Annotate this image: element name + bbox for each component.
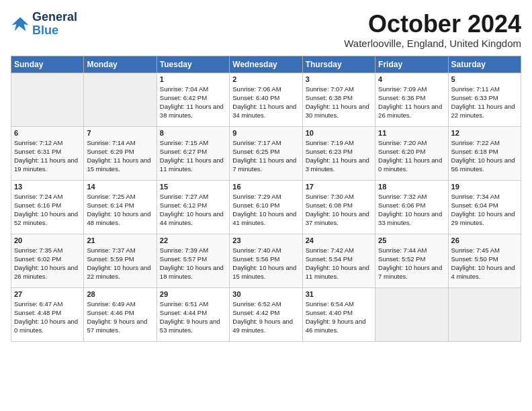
day-info: Sunrise: 7:07 AM Sunset: 6:38 PM Dayligh… <box>306 85 372 120</box>
calendar-cell: 9Sunrise: 7:17 AM Sunset: 6:25 PM Daylig… <box>230 126 302 180</box>
weekday-header-tuesday: Tuesday <box>157 56 229 73</box>
calendar-week-row: 1Sunrise: 7:04 AM Sunset: 6:42 PM Daylig… <box>11 73 521 126</box>
day-number: 25 <box>378 236 445 244</box>
day-info: Sunrise: 7:20 AM Sunset: 6:20 PM Dayligh… <box>378 138 445 174</box>
day-number: 31 <box>306 290 372 298</box>
day-info: Sunrise: 7:12 AM Sunset: 6:31 PM Dayligh… <box>14 138 81 174</box>
calendar-cell: 8Sunrise: 7:15 AM Sunset: 6:27 PM Daylig… <box>157 126 229 180</box>
calendar-cell: 6Sunrise: 7:12 AM Sunset: 6:31 PM Daylig… <box>11 126 84 180</box>
day-number: 6 <box>14 129 81 137</box>
calendar-cell <box>375 287 448 341</box>
logo-general: General <box>32 10 77 24</box>
day-info: Sunrise: 7:30 AM Sunset: 6:08 PM Dayligh… <box>306 192 372 228</box>
calendar-body: 1Sunrise: 7:04 AM Sunset: 6:42 PM Daylig… <box>11 73 521 341</box>
weekday-header-saturday: Saturday <box>448 56 521 73</box>
day-number: 29 <box>160 290 226 298</box>
day-info: Sunrise: 7:35 AM Sunset: 6:02 PM Dayligh… <box>14 246 81 281</box>
page-header: General Blue October 2024 Waterlooville,… <box>11 11 521 49</box>
day-info: Sunrise: 6:47 AM Sunset: 4:48 PM Dayligh… <box>14 300 81 335</box>
weekday-header-friday: Friday <box>375 56 448 73</box>
day-info: Sunrise: 7:17 AM Sunset: 6:25 PM Dayligh… <box>232 138 299 174</box>
calendar-cell: 13Sunrise: 7:24 AM Sunset: 6:16 PM Dayli… <box>11 180 84 234</box>
logo-blue: Blue <box>32 24 58 37</box>
day-number: 4 <box>378 75 445 83</box>
calendar-cell: 28Sunrise: 6:49 AM Sunset: 4:46 PM Dayli… <box>84 287 157 341</box>
calendar-cell: 15Sunrise: 7:27 AM Sunset: 6:12 PM Dayli… <box>157 180 229 234</box>
day-number: 15 <box>160 183 226 191</box>
calendar-cell: 27Sunrise: 6:47 AM Sunset: 4:48 PM Dayli… <box>11 287 84 341</box>
day-info: Sunrise: 7:14 AM Sunset: 6:29 PM Dayligh… <box>87 138 153 174</box>
calendar-cell: 7Sunrise: 7:14 AM Sunset: 6:29 PM Daylig… <box>84 126 157 180</box>
svg-marker-0 <box>11 17 28 31</box>
calendar-cell: 10Sunrise: 7:19 AM Sunset: 6:23 PM Dayli… <box>302 126 375 180</box>
calendar-cell: 29Sunrise: 6:51 AM Sunset: 4:44 PM Dayli… <box>157 287 229 341</box>
day-info: Sunrise: 7:25 AM Sunset: 6:14 PM Dayligh… <box>87 192 153 228</box>
day-info: Sunrise: 6:49 AM Sunset: 4:46 PM Dayligh… <box>87 300 153 335</box>
day-number: 8 <box>160 129 226 137</box>
calendar-table: SundayMondayTuesdayWednesdayThursdayFrid… <box>11 56 521 342</box>
day-info: Sunrise: 7:11 AM Sunset: 6:33 PM Dayligh… <box>451 85 518 120</box>
calendar-cell: 12Sunrise: 7:22 AM Sunset: 6:18 PM Dayli… <box>448 126 521 180</box>
weekday-header-wednesday: Wednesday <box>230 56 302 73</box>
calendar-cell: 5Sunrise: 7:11 AM Sunset: 6:33 PM Daylig… <box>448 73 521 126</box>
day-number: 30 <box>232 290 299 298</box>
calendar-cell <box>11 73 84 126</box>
day-number: 9 <box>232 129 299 137</box>
day-number: 27 <box>14 290 81 298</box>
calendar-cell <box>448 287 521 341</box>
day-info: Sunrise: 7:27 AM Sunset: 6:12 PM Dayligh… <box>160 192 226 228</box>
day-info: Sunrise: 6:52 AM Sunset: 4:42 PM Dayligh… <box>232 300 299 335</box>
weekday-header-row: SundayMondayTuesdayWednesdayThursdayFrid… <box>11 56 521 73</box>
day-number: 16 <box>232 183 299 191</box>
calendar-cell: 11Sunrise: 7:20 AM Sunset: 6:20 PM Dayli… <box>375 126 448 180</box>
day-number: 11 <box>378 129 445 137</box>
day-info: Sunrise: 7:42 AM Sunset: 5:54 PM Dayligh… <box>306 246 372 281</box>
calendar-cell: 26Sunrise: 7:45 AM Sunset: 5:50 PM Dayli… <box>448 234 521 287</box>
day-number: 24 <box>306 236 372 244</box>
day-info: Sunrise: 6:54 AM Sunset: 4:40 PM Dayligh… <box>306 300 372 335</box>
day-info: Sunrise: 7:06 AM Sunset: 6:40 PM Dayligh… <box>232 85 299 120</box>
day-number: 1 <box>160 75 226 83</box>
day-number: 18 <box>378 183 445 191</box>
calendar-cell: 19Sunrise: 7:34 AM Sunset: 6:04 PM Dayli… <box>448 180 521 234</box>
day-info: Sunrise: 7:19 AM Sunset: 6:23 PM Dayligh… <box>306 138 372 174</box>
day-number: 20 <box>14 236 81 244</box>
calendar-cell: 2Sunrise: 7:06 AM Sunset: 6:40 PM Daylig… <box>230 73 302 126</box>
calendar-cell <box>84 73 157 126</box>
day-number: 7 <box>87 129 153 137</box>
calendar-cell: 1Sunrise: 7:04 AM Sunset: 6:42 PM Daylig… <box>157 73 229 126</box>
day-info: Sunrise: 6:51 AM Sunset: 4:44 PM Dayligh… <box>160 300 226 335</box>
day-info: Sunrise: 7:32 AM Sunset: 6:06 PM Dayligh… <box>378 192 445 228</box>
calendar-week-row: 27Sunrise: 6:47 AM Sunset: 4:48 PM Dayli… <box>11 287 521 341</box>
day-number: 3 <box>306 75 372 83</box>
calendar-cell: 3Sunrise: 7:07 AM Sunset: 6:38 PM Daylig… <box>302 73 375 126</box>
day-info: Sunrise: 7:39 AM Sunset: 5:57 PM Dayligh… <box>160 246 226 281</box>
logo-text: General Blue <box>32 11 77 38</box>
day-number: 2 <box>232 75 299 83</box>
calendar-cell: 16Sunrise: 7:29 AM Sunset: 6:10 PM Dayli… <box>230 180 302 234</box>
weekday-header-monday: Monday <box>84 56 157 73</box>
calendar-cell: 23Sunrise: 7:40 AM Sunset: 5:56 PM Dayli… <box>230 234 302 287</box>
day-number: 5 <box>451 75 518 83</box>
logo-icon <box>11 15 30 34</box>
day-info: Sunrise: 7:04 AM Sunset: 6:42 PM Dayligh… <box>160 85 226 120</box>
day-number: 13 <box>14 183 81 191</box>
day-info: Sunrise: 7:34 AM Sunset: 6:04 PM Dayligh… <box>451 192 518 228</box>
calendar-header: SundayMondayTuesdayWednesdayThursdayFrid… <box>11 56 521 73</box>
day-info: Sunrise: 7:44 AM Sunset: 5:52 PM Dayligh… <box>378 246 445 281</box>
day-info: Sunrise: 7:45 AM Sunset: 5:50 PM Dayligh… <box>451 246 518 281</box>
day-info: Sunrise: 7:24 AM Sunset: 6:16 PM Dayligh… <box>14 192 81 228</box>
weekday-header-sunday: Sunday <box>11 56 84 73</box>
calendar-week-row: 6Sunrise: 7:12 AM Sunset: 6:31 PM Daylig… <box>11 126 521 180</box>
day-info: Sunrise: 7:37 AM Sunset: 5:59 PM Dayligh… <box>87 246 153 281</box>
day-number: 28 <box>87 290 153 298</box>
day-info: Sunrise: 7:15 AM Sunset: 6:27 PM Dayligh… <box>160 138 226 174</box>
day-number: 23 <box>232 236 299 244</box>
day-info: Sunrise: 7:40 AM Sunset: 5:56 PM Dayligh… <box>232 246 299 281</box>
calendar-cell: 30Sunrise: 6:52 AM Sunset: 4:42 PM Dayli… <box>230 287 302 341</box>
day-info: Sunrise: 7:29 AM Sunset: 6:10 PM Dayligh… <box>232 192 299 228</box>
calendar-cell: 14Sunrise: 7:25 AM Sunset: 6:14 PM Dayli… <box>84 180 157 234</box>
day-number: 26 <box>451 236 518 244</box>
calendar-cell: 31Sunrise: 6:54 AM Sunset: 4:40 PM Dayli… <box>302 287 375 341</box>
day-number: 12 <box>451 129 518 137</box>
